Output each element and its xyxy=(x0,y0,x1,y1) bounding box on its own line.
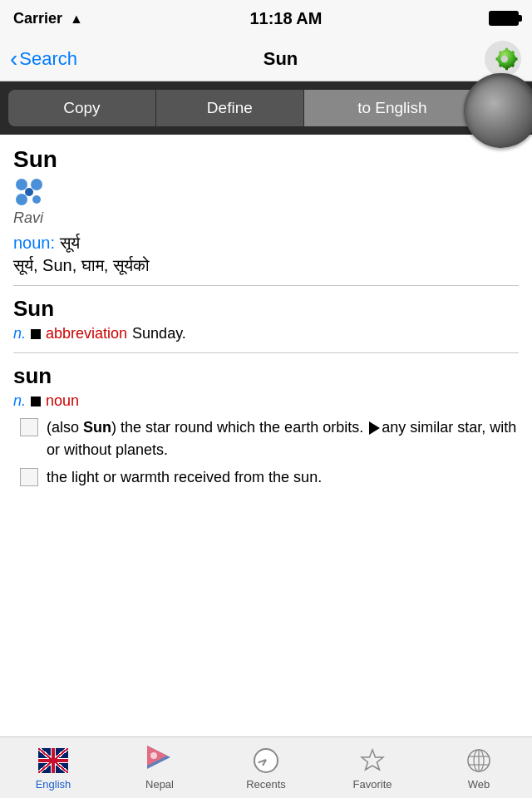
flag-cross-h-red xyxy=(38,759,68,762)
flag-cross-v xyxy=(51,748,56,773)
tab-recents[interactable]: Recents xyxy=(213,746,319,791)
svg-point-2 xyxy=(16,179,27,190)
favorite-star-icon xyxy=(357,746,387,776)
tab-favorite[interactable]: Favorite xyxy=(319,746,426,791)
nav-bar: ‹ Search Sun xyxy=(0,37,532,81)
pos-type-abbreviation: abbreviation xyxy=(46,325,127,342)
definition-text-2: the light or warmth received from the su… xyxy=(47,466,322,489)
tab-nepal[interactable]: Nepal xyxy=(106,746,213,791)
entry-sun-lowercase-heading: sun xyxy=(13,363,519,389)
status-time: 11:18 AM xyxy=(249,9,322,28)
content-area: Sun Ravi noun: सूर्य सूर्य, Sun, घाम, सू… xyxy=(0,135,532,736)
tab-english-label: English xyxy=(36,778,71,791)
definition-abbreviation: Sunday. xyxy=(132,325,186,342)
speaker-icon xyxy=(464,73,532,148)
blue-dots-icon xyxy=(13,176,45,208)
nepal-flag-icon xyxy=(145,746,175,776)
battery-icon xyxy=(489,11,519,26)
svg-point-4 xyxy=(16,194,27,205)
svg-point-5 xyxy=(32,195,41,204)
status-bar: Carrier ▲ 11:18 AM xyxy=(0,0,532,37)
noun-label: noun: xyxy=(13,234,55,252)
tab-bar: English Nepal Recents Favorite xyxy=(0,736,532,798)
pos-n-abbrev: n. xyxy=(13,325,26,342)
pos-square-noun-icon xyxy=(31,397,41,406)
tab-web-label: Web xyxy=(468,778,490,791)
wifi-icon: ▲ xyxy=(70,12,83,27)
checkbox-2[interactable] xyxy=(20,468,38,486)
entry-sun-heading: Sun xyxy=(13,296,519,322)
pos-line-abbreviation: n. abbreviation Sunday. xyxy=(13,325,519,342)
pos-n-noun: n. xyxy=(13,392,26,410)
divider-1 xyxy=(13,285,519,286)
pos-line-noun: n. noun xyxy=(13,392,519,410)
main-word-heading: Sun xyxy=(13,146,519,173)
tab-nepal-label: Nepal xyxy=(145,778,174,791)
web-globe-icon xyxy=(464,746,494,776)
flag-cross-v-red xyxy=(52,748,55,773)
noun-line: noun: सूर्य xyxy=(13,234,519,253)
recents-clock-icon xyxy=(251,746,281,776)
svg-point-1 xyxy=(501,55,508,62)
pos-type-noun: noun xyxy=(46,392,79,410)
back-chevron-icon: ‹ xyxy=(10,47,17,71)
back-label: Search xyxy=(19,48,77,70)
divider-2 xyxy=(13,352,519,353)
define-button[interactable]: Define xyxy=(156,90,303,126)
noun-devanagari: सूर्य xyxy=(60,234,80,252)
svg-point-3 xyxy=(31,179,42,190)
tab-favorite-label: Favorite xyxy=(353,778,392,791)
pos-square-icon xyxy=(31,329,41,339)
definition-row-2: the light or warmth received from the su… xyxy=(20,466,519,489)
back-button[interactable]: ‹ Search xyxy=(10,47,77,71)
svg-point-6 xyxy=(25,188,33,196)
play-inline-icon xyxy=(369,421,380,435)
toolbar: Copy Define to English xyxy=(0,81,532,135)
english-flag-icon xyxy=(38,746,68,776)
carrier-label: Carrier ▲ xyxy=(13,10,83,27)
svg-marker-10 xyxy=(362,750,383,770)
tab-recents-label: Recents xyxy=(246,778,286,791)
page-title: Sun xyxy=(264,48,298,70)
ravi-row xyxy=(13,176,519,208)
tab-web[interactable]: Web xyxy=(426,746,532,791)
svg-point-9 xyxy=(150,752,157,759)
to-english-button[interactable]: to English xyxy=(304,90,480,126)
synonyms-text: सूर्य, Sun, घाम, सूर्यको xyxy=(13,256,519,275)
definition-text-1: (also Sun) the star round which the eart… xyxy=(47,416,519,461)
tab-english[interactable]: English xyxy=(0,746,106,791)
settings-gear-icon[interactable] xyxy=(484,40,522,78)
ravi-label: Ravi xyxy=(13,209,519,227)
flag-cross-h xyxy=(38,758,68,763)
checkbox-1[interactable] xyxy=(20,418,38,436)
copy-button[interactable]: Copy xyxy=(8,90,155,126)
definition-row-1: (also Sun) the star round which the eart… xyxy=(20,416,519,461)
